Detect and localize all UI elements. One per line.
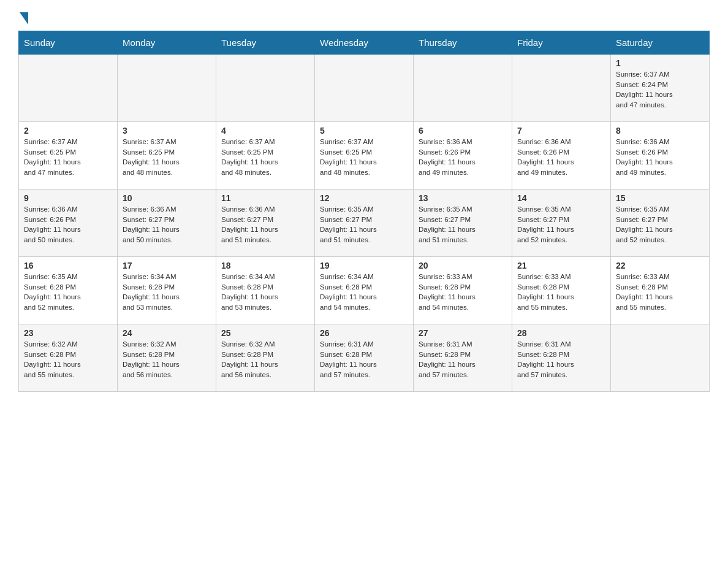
- weekday-header-wednesday: Wednesday: [315, 31, 414, 55]
- day-info: Sunrise: 6:36 AM Sunset: 6:26 PM Dayligh…: [24, 204, 112, 245]
- day-info: Sunrise: 6:35 AM Sunset: 6:27 PM Dayligh…: [517, 204, 605, 245]
- logo: [18, 12, 29, 25]
- day-info: Sunrise: 6:32 AM Sunset: 6:28 PM Dayligh…: [221, 339, 309, 380]
- day-number: 7: [517, 126, 605, 136]
- day-info: Sunrise: 6:37 AM Sunset: 6:25 PM Dayligh…: [320, 137, 408, 178]
- logo-text: [18, 12, 29, 25]
- calendar-cell: 17Sunrise: 6:34 AM Sunset: 6:28 PM Dayli…: [118, 257, 216, 324]
- weekday-header-monday: Monday: [118, 31, 216, 55]
- calendar-cell: 20Sunrise: 6:33 AM Sunset: 6:28 PM Dayli…: [414, 257, 512, 324]
- day-number: 28: [517, 328, 605, 338]
- calendar-cell: 1Sunrise: 6:37 AM Sunset: 6:24 PM Daylig…: [611, 55, 710, 122]
- calendar-week-row: 9Sunrise: 6:36 AM Sunset: 6:26 PM Daylig…: [19, 190, 710, 257]
- day-info: Sunrise: 6:35 AM Sunset: 6:27 PM Dayligh…: [616, 204, 704, 245]
- day-number: 16: [24, 261, 112, 270]
- day-info: Sunrise: 6:31 AM Sunset: 6:28 PM Dayligh…: [517, 339, 605, 380]
- calendar-cell: [315, 55, 414, 122]
- weekday-header-sunday: Sunday: [19, 31, 118, 55]
- weekday-header-thursday: Thursday: [414, 31, 512, 55]
- calendar-cell: [611, 324, 710, 392]
- day-number: 24: [123, 328, 211, 338]
- page-header: [18, 12, 710, 25]
- calendar-cell: 3Sunrise: 6:37 AM Sunset: 6:25 PM Daylig…: [118, 122, 216, 190]
- calendar-week-row: 16Sunrise: 6:35 AM Sunset: 6:28 PM Dayli…: [19, 257, 710, 324]
- day-info: Sunrise: 6:37 AM Sunset: 6:25 PM Dayligh…: [123, 137, 211, 178]
- day-number: 15: [616, 193, 704, 203]
- weekday-header-tuesday: Tuesday: [216, 31, 315, 55]
- day-info: Sunrise: 6:36 AM Sunset: 6:26 PM Dayligh…: [517, 137, 605, 178]
- calendar-cell: [216, 55, 315, 122]
- day-number: 13: [419, 193, 507, 203]
- calendar-header: SundayMondayTuesdayWednesdayThursdayFrid…: [19, 31, 710, 55]
- day-info: Sunrise: 6:32 AM Sunset: 6:28 PM Dayligh…: [123, 339, 211, 380]
- day-info: Sunrise: 6:33 AM Sunset: 6:28 PM Dayligh…: [419, 272, 507, 313]
- calendar-cell: 26Sunrise: 6:31 AM Sunset: 6:28 PM Dayli…: [315, 324, 414, 392]
- day-number: 26: [320, 328, 408, 338]
- weekday-header-row: SundayMondayTuesdayWednesdayThursdayFrid…: [19, 31, 710, 55]
- calendar-cell: 2Sunrise: 6:37 AM Sunset: 6:25 PM Daylig…: [19, 122, 118, 190]
- calendar-cell: [19, 55, 118, 122]
- calendar-cell: 16Sunrise: 6:35 AM Sunset: 6:28 PM Dayli…: [19, 257, 118, 324]
- day-number: 9: [24, 193, 112, 203]
- day-info: Sunrise: 6:35 AM Sunset: 6:27 PM Dayligh…: [419, 204, 507, 245]
- day-number: 17: [123, 261, 211, 270]
- calendar-cell: 4Sunrise: 6:37 AM Sunset: 6:25 PM Daylig…: [216, 122, 315, 190]
- day-info: Sunrise: 6:37 AM Sunset: 6:25 PM Dayligh…: [221, 137, 309, 178]
- day-number: 12: [320, 193, 408, 203]
- day-info: Sunrise: 6:34 AM Sunset: 6:28 PM Dayligh…: [320, 272, 408, 313]
- calendar-cell: 24Sunrise: 6:32 AM Sunset: 6:28 PM Dayli…: [118, 324, 216, 392]
- day-info: Sunrise: 6:34 AM Sunset: 6:28 PM Dayligh…: [221, 272, 309, 313]
- day-info: Sunrise: 6:33 AM Sunset: 6:28 PM Dayligh…: [517, 272, 605, 313]
- weekday-header-saturday: Saturday: [611, 31, 710, 55]
- day-info: Sunrise: 6:34 AM Sunset: 6:28 PM Dayligh…: [123, 272, 211, 313]
- calendar-cell: 8Sunrise: 6:36 AM Sunset: 6:26 PM Daylig…: [611, 122, 710, 190]
- calendar-week-row: 23Sunrise: 6:32 AM Sunset: 6:28 PM Dayli…: [19, 324, 710, 392]
- day-info: Sunrise: 6:31 AM Sunset: 6:28 PM Dayligh…: [419, 339, 507, 380]
- day-number: 6: [419, 126, 507, 136]
- day-number: 25: [221, 328, 309, 338]
- calendar-cell: 12Sunrise: 6:35 AM Sunset: 6:27 PM Dayli…: [315, 190, 414, 257]
- calendar-cell: 21Sunrise: 6:33 AM Sunset: 6:28 PM Dayli…: [512, 257, 611, 324]
- calendar-cell: 5Sunrise: 6:37 AM Sunset: 6:25 PM Daylig…: [315, 122, 414, 190]
- calendar-cell: 13Sunrise: 6:35 AM Sunset: 6:27 PM Dayli…: [414, 190, 512, 257]
- day-info: Sunrise: 6:36 AM Sunset: 6:26 PM Dayligh…: [419, 137, 507, 178]
- day-number: 11: [221, 193, 309, 203]
- calendar-cell: [512, 55, 611, 122]
- day-info: Sunrise: 6:36 AM Sunset: 6:26 PM Dayligh…: [616, 137, 704, 178]
- day-number: 4: [221, 126, 309, 136]
- calendar-table: SundayMondayTuesdayWednesdayThursdayFrid…: [18, 31, 710, 392]
- day-number: 3: [123, 126, 211, 136]
- day-number: 27: [419, 328, 507, 338]
- day-number: 18: [221, 261, 309, 270]
- calendar-cell: 14Sunrise: 6:35 AM Sunset: 6:27 PM Dayli…: [512, 190, 611, 257]
- calendar-week-row: 1Sunrise: 6:37 AM Sunset: 6:24 PM Daylig…: [19, 55, 710, 122]
- calendar-cell: 28Sunrise: 6:31 AM Sunset: 6:28 PM Dayli…: [512, 324, 611, 392]
- day-number: 22: [616, 261, 704, 270]
- calendar-cell: 7Sunrise: 6:36 AM Sunset: 6:26 PM Daylig…: [512, 122, 611, 190]
- day-info: Sunrise: 6:37 AM Sunset: 6:24 PM Dayligh…: [616, 69, 704, 110]
- calendar-cell: 10Sunrise: 6:36 AM Sunset: 6:27 PM Dayli…: [118, 190, 216, 257]
- day-number: 23: [24, 328, 112, 338]
- calendar-body: 1Sunrise: 6:37 AM Sunset: 6:24 PM Daylig…: [19, 55, 710, 392]
- calendar-cell: 6Sunrise: 6:36 AM Sunset: 6:26 PM Daylig…: [414, 122, 512, 190]
- weekday-header-friday: Friday: [512, 31, 611, 55]
- day-number: 14: [517, 193, 605, 203]
- calendar-cell: 18Sunrise: 6:34 AM Sunset: 6:28 PM Dayli…: [216, 257, 315, 324]
- logo-arrow-icon: [20, 12, 28, 25]
- calendar-week-row: 2Sunrise: 6:37 AM Sunset: 6:25 PM Daylig…: [19, 122, 710, 190]
- day-info: Sunrise: 6:36 AM Sunset: 6:27 PM Dayligh…: [221, 204, 309, 245]
- day-number: 1: [616, 58, 704, 68]
- calendar-cell: 25Sunrise: 6:32 AM Sunset: 6:28 PM Dayli…: [216, 324, 315, 392]
- calendar-cell: 9Sunrise: 6:36 AM Sunset: 6:26 PM Daylig…: [19, 190, 118, 257]
- calendar-cell: 27Sunrise: 6:31 AM Sunset: 6:28 PM Dayli…: [414, 324, 512, 392]
- day-info: Sunrise: 6:35 AM Sunset: 6:27 PM Dayligh…: [320, 204, 408, 245]
- calendar-cell: 19Sunrise: 6:34 AM Sunset: 6:28 PM Dayli…: [315, 257, 414, 324]
- calendar-cell: 11Sunrise: 6:36 AM Sunset: 6:27 PM Dayli…: [216, 190, 315, 257]
- day-info: Sunrise: 6:33 AM Sunset: 6:28 PM Dayligh…: [616, 272, 704, 313]
- day-number: 21: [517, 261, 605, 270]
- calendar-cell: [414, 55, 512, 122]
- calendar-cell: [118, 55, 216, 122]
- calendar-cell: 22Sunrise: 6:33 AM Sunset: 6:28 PM Dayli…: [611, 257, 710, 324]
- day-number: 19: [320, 261, 408, 270]
- day-info: Sunrise: 6:31 AM Sunset: 6:28 PM Dayligh…: [320, 339, 408, 380]
